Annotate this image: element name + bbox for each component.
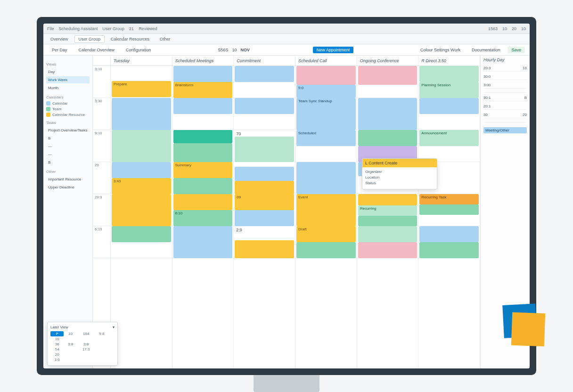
calendar-event[interactable]	[296, 162, 356, 194]
toolbar-documentation[interactable]: Documentation	[468, 47, 504, 53]
calendar-event[interactable]	[173, 226, 233, 258]
calendar-event[interactable]: 5:0	[296, 85, 356, 98]
mini-cal-day[interactable]	[113, 357, 115, 362]
agenda-item[interactable]: 20:310	[483, 65, 527, 72]
mini-cal-day[interactable]	[77, 352, 95, 357]
day-column[interactable]: 70CO2:909	[234, 66, 295, 368]
sidebar-task[interactable]: B	[46, 159, 90, 166]
calendar-event[interactable]	[358, 226, 417, 242]
day-column[interactable]: 352:3BrainstormSummary6:10	[172, 66, 234, 368]
calendar-event[interactable]	[358, 66, 417, 85]
calendar-event[interactable]	[358, 242, 417, 258]
titlebar-item[interactable]: User Group	[103, 26, 125, 31]
toolbar-per-day[interactable]: Per Day	[48, 47, 71, 53]
sidebar-other[interactable]: Important Resource	[46, 176, 90, 183]
mini-cal-day[interactable]: 54	[50, 347, 64, 352]
calendar-event[interactable]: Recurring Task	[419, 194, 479, 204]
calendar-event[interactable]: Scheduled	[296, 130, 356, 146]
calendar-event[interactable]: Team Sync Standup	[296, 98, 356, 130]
toolbar-config[interactable]: Configuration	[122, 47, 155, 53]
calendar-event[interactable]: Recurring	[358, 205, 417, 216]
day-header[interactable]: R Direct 3:50	[418, 56, 480, 65]
tab-user-group[interactable]: User Group	[74, 35, 105, 43]
mini-cal-day[interactable]: 3:0	[50, 357, 64, 362]
calendar-event[interactable]: 6:10	[173, 210, 233, 226]
calendar-event[interactable]: Summary	[173, 162, 233, 178]
mini-calendar-popup[interactable]: Later View▾ P101845:810363:83:85417:3203…	[47, 322, 118, 366]
sidebar-view-month[interactable]: Month	[46, 84, 90, 91]
titlebar-item[interactable]: Scheduling Assistant	[59, 26, 98, 31]
sidebar-task[interactable]: —	[46, 151, 90, 158]
mini-cal-day[interactable]	[95, 342, 108, 347]
sidebar-view-workweek[interactable]: Work Week	[46, 76, 90, 83]
calendar-event[interactable]	[173, 143, 233, 162]
agenda-item[interactable]: 3:00	[483, 82, 527, 89]
sidebar-other[interactable]: Upper Deadline	[46, 184, 90, 191]
calendar-event[interactable]	[173, 98, 233, 114]
calendar-event[interactable]	[358, 98, 417, 130]
calendar-event[interactable]	[173, 178, 233, 194]
calendar-event[interactable]	[358, 216, 417, 226]
calendar-event[interactable]	[419, 226, 479, 242]
calendar-event[interactable]	[235, 137, 294, 162]
save-button[interactable]: Save	[508, 47, 525, 53]
calendar-event[interactable]	[173, 66, 233, 82]
calendar-event[interactable]	[235, 167, 294, 181]
day-header[interactable]: Commitment	[234, 56, 295, 65]
mini-cal-day[interactable]	[64, 336, 77, 342]
calendar-event[interactable]	[112, 194, 171, 226]
sidebar-badge[interactable]: Meeting/Other	[483, 127, 527, 133]
event-details-popup[interactable]: L Content Create Organizer Location Stat…	[362, 158, 437, 189]
agenda-item[interactable]: 30:0	[483, 74, 527, 80]
tab-overview[interactable]: Overview	[46, 35, 73, 43]
agenda-item[interactable]	[483, 120, 527, 122]
mini-cal-day[interactable]	[113, 342, 115, 347]
mini-cal-day[interactable]: 184	[77, 331, 95, 336]
calendar-event[interactable]: Prepare	[112, 81, 171, 97]
day-column[interactable]: 5:0070Recurring	[357, 66, 419, 368]
calendar-event[interactable]	[358, 130, 417, 146]
calendar-toggle[interactable]: Calendar	[46, 101, 90, 106]
mini-cal-day[interactable]: 17:3	[77, 347, 95, 352]
chevron-icon[interactable]: ▾	[113, 325, 115, 329]
calendar-event[interactable]	[296, 66, 356, 85]
day-header[interactable]: Scheduled Call	[295, 56, 357, 65]
mini-cal-day[interactable]: 3:8	[64, 342, 77, 347]
mini-cal-day[interactable]	[113, 352, 115, 357]
agenda-item[interactable]: 30:1B	[483, 95, 527, 101]
mini-cal-day[interactable]: P	[50, 331, 64, 336]
tab-other[interactable]: Other	[156, 35, 175, 43]
day-header[interactable]: Ongoing Conference	[357, 56, 419, 65]
agenda-item[interactable]: 3020	[483, 112, 527, 118]
agenda-item[interactable]	[483, 90, 527, 93]
mini-cal-day[interactable]: 3:8	[77, 342, 95, 347]
mini-cal-day[interactable]	[95, 352, 108, 357]
day-header[interactable]: Scheduled Meetings	[172, 56, 234, 65]
mini-cal-day[interactable]	[95, 336, 108, 342]
sidebar-task[interactable]: —	[46, 143, 90, 150]
mini-cal-day[interactable]: 5:8	[95, 331, 108, 336]
mini-cal-day[interactable]	[77, 336, 95, 342]
mini-cal-day[interactable]	[77, 357, 95, 362]
calendar-event[interactable]: 09	[235, 194, 294, 210]
calendar-event[interactable]	[419, 98, 479, 114]
calendar-event[interactable]	[235, 240, 294, 258]
mini-cal-day[interactable]	[113, 336, 115, 342]
calendar-event[interactable]	[112, 226, 171, 242]
calendar-event[interactable]	[235, 181, 294, 194]
calendar-event[interactable]: Event	[296, 194, 356, 226]
calendar-event[interactable]: Announcement	[419, 130, 479, 146]
calendar-event[interactable]	[112, 130, 171, 162]
calendar-toggle[interactable]: Team	[46, 107, 90, 111]
new-appointment-button[interactable]: New Appointment	[313, 47, 354, 53]
calendar-event[interactable]: Brainstorm	[173, 82, 233, 98]
mini-cal-day[interactable]	[64, 352, 77, 357]
titlebar-item[interactable]: Reviewed	[139, 26, 157, 31]
calendar-event[interactable]	[235, 66, 294, 82]
calendar-event[interactable]: 3:43	[112, 178, 171, 194]
day-column[interactable]: 9:5Prepare3:43	[111, 66, 172, 368]
mini-cal-day[interactable]: 20	[50, 352, 64, 357]
calendar-event[interactable]	[419, 242, 479, 258]
calendar-event[interactable]	[112, 162, 171, 178]
sidebar-view-day[interactable]: Day	[46, 68, 90, 75]
